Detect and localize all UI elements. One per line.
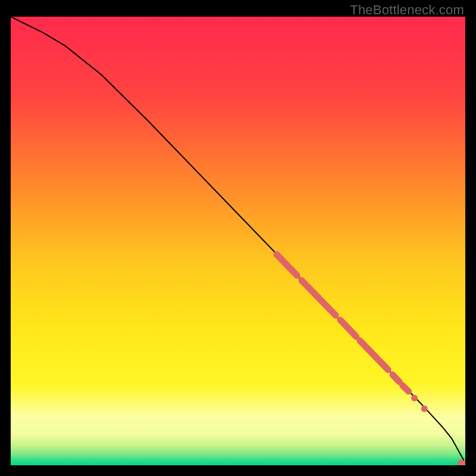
- attribution-label: TheBottleneck.com: [350, 2, 464, 18]
- gradient-background: [11, 17, 465, 465]
- marker-point: [411, 394, 418, 401]
- marker-segment: [403, 386, 409, 392]
- gradient-curve-chart: [11, 17, 465, 465]
- chart-stage: TheBottleneck.com: [0, 0, 476, 476]
- marker-point: [421, 406, 428, 412]
- plot-area: [11, 17, 465, 465]
